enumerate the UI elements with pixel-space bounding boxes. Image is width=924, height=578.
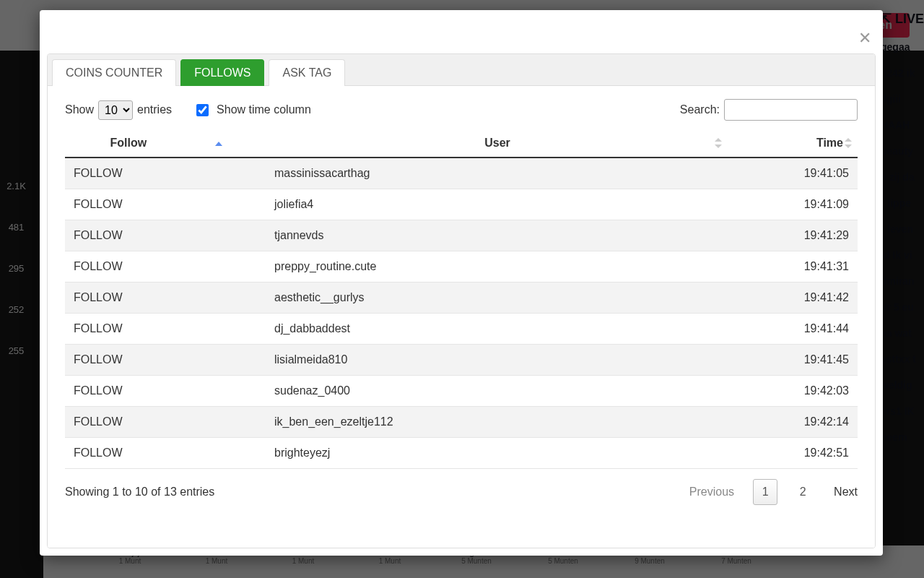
search-input[interactable] bbox=[724, 99, 858, 121]
tab-ask-tag[interactable]: ASK TAG bbox=[269, 59, 345, 86]
table-row: FOLLOWdj_dabbaddest19:41:44 bbox=[65, 314, 858, 345]
show-time-checkbox[interactable] bbox=[196, 104, 209, 116]
entries-select[interactable]: 10 bbox=[98, 100, 133, 120]
follows-panel: Show 10 entries Show time column Search: bbox=[48, 86, 875, 548]
tab-bar: COINS COUNTER FOLLOWS ASK TAG bbox=[48, 54, 875, 86]
col-user[interactable]: User bbox=[267, 129, 728, 158]
cell-time: 19:42:03 bbox=[728, 376, 858, 407]
sort-icon bbox=[715, 138, 722, 148]
table-row: FOLLOWmassinissacarthag19:41:05 bbox=[65, 158, 858, 189]
table-row: FOLLOWaesthetic__gurlys19:41:42 bbox=[65, 282, 858, 314]
tab-follows[interactable]: FOLLOWS bbox=[180, 59, 264, 86]
cell-follow: FOLLOW bbox=[65, 282, 267, 314]
cell-user: preppy_routine.cute bbox=[267, 251, 728, 282]
prev-button[interactable]: Previous bbox=[689, 486, 734, 499]
page-2[interactable]: 2 bbox=[790, 479, 815, 505]
cell-user: lisialmeida810 bbox=[267, 345, 728, 376]
sort-icon bbox=[845, 138, 852, 148]
cell-follow: FOLLOW bbox=[65, 407, 267, 438]
cell-user: aesthetic__gurlys bbox=[267, 282, 728, 314]
search-label: Search: bbox=[680, 103, 720, 116]
cell-time: 19:42:51 bbox=[728, 438, 858, 469]
sort-asc-icon bbox=[215, 142, 222, 146]
table-row: FOLLOWpreppy_routine.cute19:41:31 bbox=[65, 251, 858, 282]
col-follow[interactable]: Follow bbox=[65, 129, 267, 158]
cell-user: tjannevds bbox=[267, 220, 728, 251]
follows-modal: ✕ COINS COUNTER FOLLOWS ASK TAG Show 10 … bbox=[40, 10, 883, 556]
col-time[interactable]: Time bbox=[728, 129, 858, 158]
table-row: FOLLOWjoliefia419:41:09 bbox=[65, 189, 858, 220]
cell-user: massinissacarthag bbox=[267, 158, 728, 189]
tab-coins-counter[interactable]: COINS COUNTER bbox=[52, 59, 176, 86]
cell-follow: FOLLOW bbox=[65, 314, 267, 345]
table-row: FOLLOWsudenaz_040019:42:03 bbox=[65, 376, 858, 407]
cell-follow: FOLLOW bbox=[65, 158, 267, 189]
table-row: FOLLOWbrighteyezj19:42:51 bbox=[65, 438, 858, 469]
cell-follow: FOLLOW bbox=[65, 189, 267, 220]
table-row: FOLLOWik_ben_een_ezeltje11219:42:14 bbox=[65, 407, 858, 438]
cell-time: 19:41:09 bbox=[728, 189, 858, 220]
cell-follow: FOLLOW bbox=[65, 345, 267, 376]
entries-selector: Show 10 entries bbox=[65, 100, 172, 120]
cell-follow: FOLLOW bbox=[65, 376, 267, 407]
close-icon[interactable]: ✕ bbox=[858, 32, 872, 46]
follows-table: Follow User Time FOLLOWmassinissac bbox=[65, 129, 858, 469]
cell-time: 19:42:14 bbox=[728, 407, 858, 438]
cell-time: 19:41:31 bbox=[728, 251, 858, 282]
next-button[interactable]: Next bbox=[834, 486, 858, 499]
table-row: FOLLOWtjannevds19:41:29 bbox=[65, 220, 858, 251]
cell-user: sudenaz_0400 bbox=[267, 376, 728, 407]
cell-user: ik_ben_een_ezeltje112 bbox=[267, 407, 728, 438]
cell-time: 19:41:44 bbox=[728, 314, 858, 345]
show-label-post: entries bbox=[137, 103, 172, 116]
table-info: Showing 1 to 10 of 13 entries bbox=[65, 486, 214, 499]
cell-follow: FOLLOW bbox=[65, 438, 267, 469]
cell-time: 19:41:05 bbox=[728, 158, 858, 189]
cell-user: joliefia4 bbox=[267, 189, 728, 220]
cell-time: 19:41:45 bbox=[728, 345, 858, 376]
cell-time: 19:41:42 bbox=[728, 282, 858, 314]
page-1[interactable]: 1 bbox=[753, 479, 777, 505]
paginator: Previous 12 Next bbox=[689, 479, 858, 505]
cell-follow: FOLLOW bbox=[65, 251, 267, 282]
cell-time: 19:41:29 bbox=[728, 220, 858, 251]
show-label-pre: Show bbox=[65, 103, 94, 116]
cell-follow: FOLLOW bbox=[65, 220, 267, 251]
table-row: FOLLOWlisialmeida81019:41:45 bbox=[65, 345, 858, 376]
cell-user: dj_dabbaddest bbox=[267, 314, 728, 345]
show-time-label: Show time column bbox=[217, 103, 311, 116]
cell-user: brighteyezj bbox=[267, 438, 728, 469]
